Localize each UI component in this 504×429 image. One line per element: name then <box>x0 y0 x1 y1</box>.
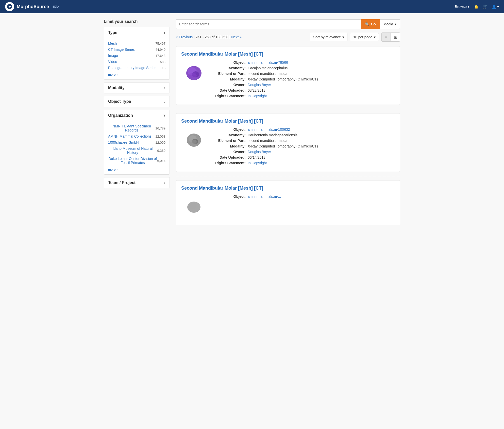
detail-row: Owner: Douglas Boyer <box>213 83 395 87</box>
user-menu[interactable]: 👤 ▾ <box>492 5 499 9</box>
navbar-actions: Browse ▾ 🔔 🛒 👤 ▾ <box>455 5 499 9</box>
result-thumbnail-3[interactable] <box>181 194 207 220</box>
facet-header-type[interactable]: Type ▾ <box>104 27 170 38</box>
sidebar-title: Limit your search <box>104 19 170 24</box>
result-title-3[interactable]: Second Mandibular Molar [Mesh] [CT] <box>181 186 395 191</box>
list-view-button[interactable]: ≡ <box>382 33 391 41</box>
detail-value: second mandibular molar <box>248 139 288 143</box>
facet-item: NMNH Extant Specimen Records 16,789 <box>108 123 165 133</box>
result-title-1[interactable]: Second Mandibular Molar [Mesh] [CT] <box>181 52 395 57</box>
facet-section-modality: Modality › <box>104 82 170 93</box>
detail-row: Date Uploaded: 06/14/2013 <box>213 155 395 159</box>
brand-name: MorphoSource <box>17 4 49 9</box>
facet-title-object-type: Object Type <box>108 99 131 104</box>
facet-item: 1000shapes GmbH 12,000 <box>108 139 165 145</box>
detail-label: Owner: <box>213 150 246 154</box>
search-bar: 🔍 Go Media ▾ <box>176 19 400 29</box>
rights-link[interactable]: In Copyright <box>248 161 267 165</box>
detail-row: Element or Part: second mandibular molar <box>213 139 395 143</box>
facet-link-mesh[interactable]: Mesh <box>108 41 117 45</box>
facet-section-organization: Organization ▾ NMNH Extant Specimen Reco… <box>104 110 170 175</box>
sort-chevron-icon: ▾ <box>342 35 344 39</box>
media-dropdown[interactable]: Media ▾ <box>380 19 400 29</box>
object-link[interactable]: amnh:mammals:m-78566 <box>248 60 288 64</box>
facet-title-modality: Modality <box>108 86 125 90</box>
detail-label: Element or Part: <box>213 72 246 76</box>
object-link[interactable]: amnh:mammals:m-100632 <box>248 127 290 131</box>
grid-view-button[interactable]: ⊞ <box>391 33 400 41</box>
facet-link-ct-image-series[interactable]: CT Image Series <box>108 47 135 52</box>
facet-link-nmnh[interactable]: NMNH Extant Specimen Records <box>108 124 155 132</box>
cart-icon[interactable]: 🛒 <box>483 5 487 9</box>
detail-value: Cacajao melanocephalus <box>248 66 288 70</box>
result-item: Second Mandibular Molar [Mesh] [CT] Obje… <box>176 113 400 172</box>
owner-link[interactable]: Douglas Boyer <box>248 83 271 87</box>
facet-title-team-project: Team / Project <box>108 180 136 185</box>
result-title-2[interactable]: Second Mandibular Molar [Mesh] [CT] <box>181 119 395 124</box>
facet-header-modality[interactable]: Modality › <box>104 82 170 93</box>
facet-body-type: Mesh 75,497 CT Image Series 44,940 Image… <box>104 38 170 79</box>
result-body-3: Object: amnh:mammals:m-... <box>181 194 395 220</box>
facet-link-photogrammetry[interactable]: Photogrammetry Image Series <box>108 66 156 70</box>
facet-chevron-team-project: › <box>164 180 165 185</box>
facet-more-link-type[interactable]: more » <box>108 73 118 76</box>
detail-row: Object: amnh:mammals:m-100632 <box>213 127 395 131</box>
result-divider <box>176 176 400 176</box>
browse-menu[interactable]: Browse ▾ <box>455 5 469 9</box>
facet-count-image: 17,643 <box>155 54 165 58</box>
result-body-1: Object: amnh:mammals:m-78566 Taxonomy: C… <box>181 60 395 100</box>
facet-chevron-object-type: › <box>164 99 165 104</box>
result-item: Second Mandibular Molar [Mesh] [CT] Obje… <box>176 46 400 105</box>
detail-label: Taxonomy: <box>213 66 246 70</box>
detail-label: Object: <box>213 194 246 199</box>
facet-count-video: 588 <box>160 60 165 64</box>
facet-link-video[interactable]: Video <box>108 60 117 64</box>
result-thumbnail-1[interactable] <box>181 60 207 86</box>
result-thumbnail-2[interactable] <box>181 127 207 153</box>
facet-link-1000shapes[interactable]: 1000shapes GmbH <box>108 140 139 144</box>
facet-count-nmnh: 16,789 <box>155 126 165 130</box>
beta-badge: BETA <box>53 5 59 8</box>
thumbnail-image-1 <box>182 62 205 85</box>
facet-item: Mesh 75,497 <box>108 40 165 46</box>
facet-item: Photogrammetry Image Series 18 <box>108 65 165 71</box>
per-page-dropdown[interactable]: 10 per page ▾ <box>350 33 379 41</box>
sort-dropdown[interactable]: Sort by relevance ▾ <box>310 33 347 41</box>
user-chevron-icon: ▾ <box>497 5 499 9</box>
detail-row: Element or Part: second mandibular molar <box>213 72 395 76</box>
detail-row: Object: amnh:mammals:m-... <box>213 194 395 199</box>
detail-value: amnh:mammals:m-... <box>248 194 281 199</box>
object-link[interactable]: amnh:mammals:m-... <box>248 194 281 199</box>
previous-link[interactable]: « Previous <box>176 35 193 39</box>
facet-count-amnh: 12,068 <box>155 135 165 138</box>
facet-header-organization[interactable]: Organization ▾ <box>104 110 170 121</box>
facet-header-object-type[interactable]: Object Type › <box>104 96 170 107</box>
owner-link[interactable]: Douglas Boyer <box>248 150 271 154</box>
rights-link[interactable]: In Copyright <box>248 94 267 98</box>
notification-icon[interactable]: 🔔 <box>474 5 478 9</box>
search-input[interactable] <box>176 19 361 29</box>
search-go-button[interactable]: 🔍 Go <box>361 19 380 29</box>
facet-body-organization: NMNH Extant Specimen Records 16,789 AMNH… <box>104 121 170 174</box>
facet-link-duke[interactable]: Duke Lemur Center Division of Fossil Pri… <box>108 157 157 165</box>
detail-label: Object: <box>213 60 246 64</box>
facet-section-type: Type ▾ Mesh 75,497 CT Image Series 44,94… <box>104 27 170 80</box>
facet-more-link-org[interactable]: more » <box>108 168 118 171</box>
result-details-3: Object: amnh:mammals:m-... <box>213 194 395 220</box>
detail-value: second mandibular molar <box>248 72 288 76</box>
brand-link[interactable]: MorphoSource BETA <box>5 2 59 11</box>
result-details-2: Object: amnh:mammals:m-100632 Taxonomy: … <box>213 127 395 167</box>
next-link[interactable]: Next » <box>231 35 241 39</box>
facet-header-team-project[interactable]: Team / Project › <box>104 177 170 188</box>
facet-chevron-organization: ▾ <box>163 113 165 118</box>
facet-item: AMNH Mammal Collections 12,068 <box>108 133 165 139</box>
browse-chevron-icon: ▾ <box>468 5 469 9</box>
result-divider <box>176 109 400 109</box>
facet-link-idaho[interactable]: Idaho Museum of Natural History <box>108 146 157 155</box>
facet-item: Image 17,643 <box>108 53 165 59</box>
facet-chevron-modality: › <box>164 86 165 90</box>
detail-value: Douglas Boyer <box>248 83 271 87</box>
facet-link-image[interactable]: Image <box>108 54 118 58</box>
facet-link-amnh[interactable]: AMNH Mammal Collections <box>108 134 152 138</box>
list-view-icon: ≡ <box>385 35 387 39</box>
